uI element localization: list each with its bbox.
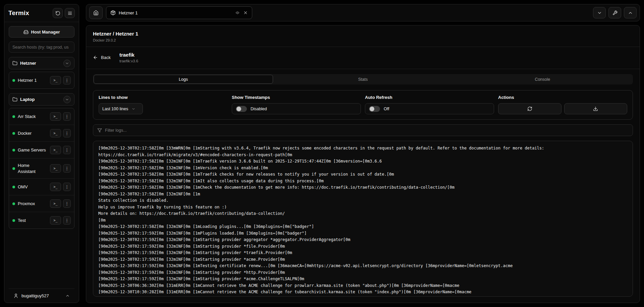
toggle-knob xyxy=(236,107,241,111)
container-identity: traefik traefik:v3.6 xyxy=(119,52,138,63)
group-label: Laptop xyxy=(20,97,35,102)
log-line: [90m2025-12-30T02:17:59Z[0m [32mINF[0m [… xyxy=(98,276,628,283)
host-row-test[interactable]: Test >_ ⋮ xyxy=(9,212,74,229)
group-label: Hetzner xyxy=(20,61,36,66)
kebab-menu-icon[interactable]: ⋮ xyxy=(63,164,71,173)
content-card: Hetzner / Hetzner 1 Docker 29.0.2 Back t… xyxy=(86,25,640,303)
host-row-hetzner-1[interactable]: Hetzner 1 >_ ⋮ xyxy=(9,72,74,88)
lines-to-show-value: Last 100 lines xyxy=(102,107,128,111)
show-timestamps-control: Show Timestamps Disabled xyxy=(232,95,361,114)
log-line: [90m2025-12-30T02:17:59Z[0m [32mINF[0m [… xyxy=(98,269,628,276)
log-line: [90m2025-12-30T02:17:58Z[0m [32mINF[0m [… xyxy=(98,184,628,191)
close-tab-icon[interactable] xyxy=(243,10,248,15)
host-name: Proxmox xyxy=(18,201,47,207)
log-line: [90m2025-12-30T02:17:59Z[0m [32mINF[0m [… xyxy=(98,256,628,263)
tab-stats[interactable]: Stats xyxy=(273,75,452,84)
tab-label: Hetzner 1 xyxy=(119,10,138,15)
tab-console[interactable]: Console xyxy=(453,75,632,84)
sidebar: Termix Host Manager xyxy=(4,4,79,303)
kebab-menu-icon[interactable]: ⋮ xyxy=(63,112,71,121)
app-title: Termix xyxy=(8,9,29,17)
host-row-docker[interactable]: Docker >_ ⋮ xyxy=(9,125,74,141)
sidebar-group-hetzner: Hetzner Hetzner 1 >_ ⋮ xyxy=(9,57,74,89)
show-timestamps-label: Show Timestamps xyxy=(232,95,361,100)
chevron-down-icon xyxy=(65,98,69,102)
collapse-group-button[interactable] xyxy=(63,96,71,103)
hosts-list: Hetzner 1 >_ ⋮ xyxy=(9,72,74,89)
timestamps-toggle[interactable] xyxy=(236,106,247,112)
refresh-logs-button[interactable] xyxy=(498,103,561,114)
filter-funnel-icon xyxy=(97,128,102,133)
kebab-menu-icon[interactable]: ⋮ xyxy=(63,216,71,225)
reload-button[interactable] xyxy=(53,8,63,18)
log-line: [90m2025-12-30T06:36:30Z[0m [31mERR[0m [… xyxy=(98,283,628,289)
sidebar-group-laptop: Laptop Arr Stack >_ ⋮ xyxy=(9,93,74,229)
log-line: [90m2025-12-30T02:17:58Z[0m [32mINF[0m [… xyxy=(98,224,628,230)
open-terminal-button[interactable]: >_ xyxy=(50,164,61,173)
group-header-laptop[interactable]: Laptop xyxy=(9,93,74,106)
kebab-menu-icon[interactable]: ⋮ xyxy=(63,183,71,191)
open-terminal-button[interactable]: >_ xyxy=(50,129,61,137)
kebab-menu-icon[interactable]: ⋮ xyxy=(63,199,71,208)
user-icon xyxy=(13,293,18,298)
tab-hetzner-1[interactable]: Hetzner 1 xyxy=(106,6,252,19)
lines-to-show-label: Lines to show xyxy=(99,95,228,100)
home-tab-button[interactable] xyxy=(89,6,103,19)
container-name: traefik xyxy=(119,52,138,58)
breadcrumb: Hetzner / Hetzner 1 xyxy=(93,31,633,37)
menu-button[interactable] xyxy=(65,8,75,18)
lines-to-show-select[interactable]: Last 100 lines xyxy=(99,103,143,114)
collapse-group-button[interactable] xyxy=(63,60,71,67)
tools-button[interactable] xyxy=(608,7,621,18)
host-name: Docker xyxy=(18,130,47,136)
kebab-menu-icon[interactable]: ⋮ xyxy=(63,76,71,84)
auto-refresh-toggle[interactable] xyxy=(369,106,380,112)
kebab-menu-icon[interactable]: ⋮ xyxy=(63,146,71,154)
search-input[interactable] xyxy=(9,42,74,53)
open-terminal-button[interactable]: >_ xyxy=(50,146,61,154)
host-row-omv[interactable]: OMV >_ ⋮ xyxy=(9,178,74,195)
kebab-menu-icon[interactable]: ⋮ xyxy=(63,129,71,137)
host-row-proxmox[interactable]: Proxmox >_ ⋮ xyxy=(9,195,74,212)
open-terminal-button[interactable]: >_ xyxy=(50,216,61,225)
actions-label: Actions xyxy=(498,95,627,100)
hosts-list: Arr Stack >_ ⋮ Docker >_ ⋮ xyxy=(9,108,74,229)
open-terminal-button[interactable]: >_ xyxy=(50,199,61,208)
wrench-icon xyxy=(612,10,618,15)
log-line: [90m2025-12-30T02:17:58Z[0m [32mINF[0m [… xyxy=(98,171,628,178)
split-view-icon[interactable] xyxy=(235,10,240,15)
chevron-up-icon xyxy=(628,10,633,15)
log-line: [90m2025-12-30T02:17:59Z[0m [32mINF[0m [… xyxy=(98,230,628,237)
toggle-knob xyxy=(370,107,374,111)
chevron-down-icon xyxy=(65,61,69,65)
actions-control: Actions xyxy=(498,95,627,114)
back-label: Back xyxy=(101,55,111,60)
auto-refresh-toggle-box: Off xyxy=(365,103,494,114)
divider xyxy=(86,69,640,69)
status-dot xyxy=(12,132,15,135)
group-header-hetzner[interactable]: Hetzner xyxy=(9,57,74,69)
status-dot xyxy=(12,149,15,151)
log-line: More details on: https://doc.traefik.io/… xyxy=(98,210,628,217)
open-terminal-button[interactable]: >_ xyxy=(50,183,61,191)
host-row-arr-stack[interactable]: Arr Stack >_ ⋮ xyxy=(9,108,74,125)
user-menu[interactable]: bugattiguy527 xyxy=(9,289,74,303)
host-row-game-servers[interactable]: Game Servers >_ ⋮ xyxy=(9,141,74,158)
host-manager-button[interactable]: Host Manager xyxy=(9,26,74,38)
expand-panel-button[interactable] xyxy=(624,7,637,18)
log-output[interactable]: [90m2025-12-30T02:17:58Z[0m [33mWRN[0m [… xyxy=(93,141,633,297)
collapse-panel-button[interactable] xyxy=(593,7,606,18)
download-logs-button[interactable] xyxy=(564,103,628,114)
open-terminal-button[interactable]: >_ xyxy=(50,112,61,121)
tab-logs[interactable]: Logs xyxy=(94,75,273,84)
log-line: [90m2025-12-30T10:30:28Z[0m [31mERR[0m [… xyxy=(98,289,628,296)
filter-logs-input[interactable] xyxy=(105,128,629,133)
open-terminal-button[interactable]: >_ xyxy=(50,76,61,84)
auto-refresh-label: Auto Refresh xyxy=(365,95,494,100)
host-name: Hetzner 1 xyxy=(18,77,47,83)
status-dot xyxy=(12,167,15,170)
host-row-home-assistant[interactable]: Home Assistant >_ ⋮ xyxy=(9,158,74,178)
log-line: [90m2025-12-30T02:17:59Z[0m [32mINF[0m [… xyxy=(98,263,628,269)
back-button[interactable]: Back xyxy=(93,55,111,60)
tab-strip: Hetzner 1 xyxy=(86,4,640,21)
